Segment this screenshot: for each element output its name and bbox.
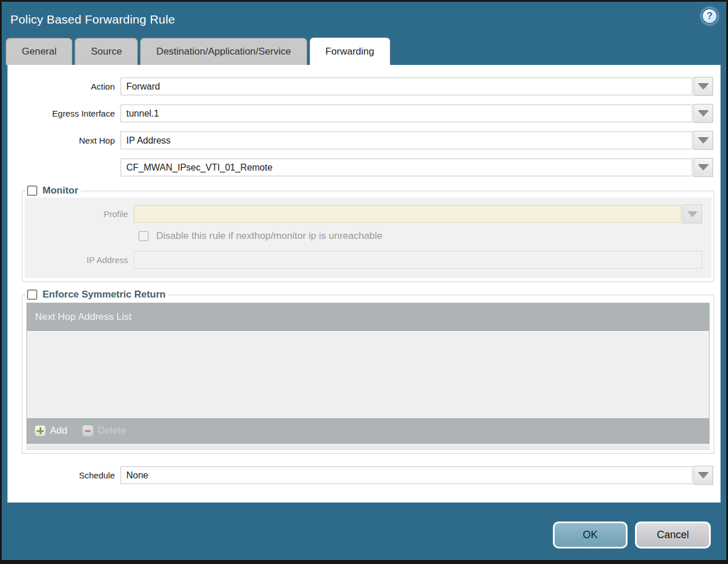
forwarding-tab-panel: Action Forward Egress Interface tunnel.1… [7,65,721,503]
dialog-footer: OK Cancel [2,503,726,548]
next-hop-label: Next Hop [7,136,121,145]
dialog-title: Policy Based Forwarding Rule [2,13,175,26]
delete-button-label: Delete [98,425,126,436]
chevron-down-icon [687,211,698,217]
symmetric-return-legend-label: Enforce Symmetric Return [42,289,165,300]
tab-general[interactable]: General [6,38,72,65]
profile-select [134,205,681,223]
monitor-legend: Monitor [26,185,81,196]
add-button[interactable]: Add [34,425,67,436]
monitor-group: Monitor Profile Disable this rule if nex… [22,185,714,282]
monitor-ip-address-label: IP Address [29,255,134,265]
next-hop-address-row: CF_MWAN_IPsec_VTI_01_Remote [7,158,721,177]
next-hop-address-select[interactable]: CF_MWAN_IPsec_VTI_01_Remote [121,159,692,176]
egress-interface-row: Egress Interface tunnel.1 [7,104,721,123]
action-select[interactable]: Forward [121,78,692,95]
tab-destination-label: Destination/Application/Service [156,46,291,57]
tab-source[interactable]: Source [75,38,138,65]
tab-forwarding-label: Forwarding [326,46,374,57]
tab-source-label: Source [91,46,122,57]
next-hop-address-list-table: Next Hop Address List Add Delete [26,303,710,444]
schedule-dropdown-button[interactable] [694,466,713,485]
profile-label: Profile [29,209,134,219]
next-hop-type-select[interactable]: IP Address [121,132,692,149]
monitor-ip-address-row: IP Address [29,251,707,269]
next-hop-address-list-header: Next Hop Address List [27,303,709,331]
symmetric-return-group: Enforce Symmetric Return Next Hop Addres… [22,289,714,454]
delete-button: Delete [82,425,126,436]
schedule-row: Schedule None [7,466,721,485]
minus-icon [82,425,94,436]
egress-interface-label: Egress Interface [7,109,121,118]
horizontal-scrollbar[interactable] [26,445,710,450]
profile-row: Profile [29,204,707,223]
tab-forwarding[interactable]: Forwarding [309,37,390,65]
tab-bar: General Source Destination/Application/S… [2,37,726,65]
egress-interface-dropdown-button[interactable] [694,104,713,123]
monitor-panel: Profile Disable this rule if nexthop/mon… [25,198,711,278]
profile-dropdown-button [683,204,702,223]
symmetric-return-checkbox[interactable] [27,289,37,300]
disable-rule-row: Disable this rule if nexthop/monitor ip … [29,230,707,242]
plus-icon [34,425,46,436]
action-label: Action [7,82,121,91]
help-glyph: ? [707,10,712,22]
help-icon[interactable]: ? [702,8,718,24]
chevron-down-icon [698,111,708,117]
action-row: Action Forward [7,77,721,96]
egress-interface-select[interactable]: tunnel.1 [121,105,692,122]
disable-rule-label: Disable this rule if nexthop/monitor ip … [156,230,382,242]
add-button-label: Add [50,425,67,436]
monitor-legend-label: Monitor [42,185,78,196]
monitor-checkbox[interactable] [27,186,37,196]
next-hop-address-list-toolbar: Add Delete [27,418,709,443]
tab-destination-application-service[interactable]: Destination/Application/Service [140,38,307,65]
next-hop-dropdown-button[interactable] [694,131,713,150]
next-hop-address-list-body[interactable] [27,331,709,418]
schedule-label: Schedule [7,470,121,480]
chevron-down-icon [698,84,708,90]
dialog-titlebar: Policy Based Forwarding Rule ? [2,2,726,37]
ok-button[interactable]: OK [553,521,628,548]
chevron-down-icon [698,165,708,171]
chevron-down-icon [698,138,708,144]
cancel-button[interactable]: Cancel [635,521,711,548]
action-dropdown-button[interactable] [694,77,713,96]
schedule-select[interactable]: None [121,466,692,484]
next-hop-address-dropdown-button[interactable] [694,158,713,177]
monitor-ip-address-input [134,251,702,269]
disable-rule-checkbox [138,231,149,241]
next-hop-row: Next Hop IP Address [7,131,721,150]
chevron-down-icon [698,473,708,478]
symmetric-return-legend: Enforce Symmetric Return [26,289,168,300]
tab-general-label: General [22,46,56,57]
